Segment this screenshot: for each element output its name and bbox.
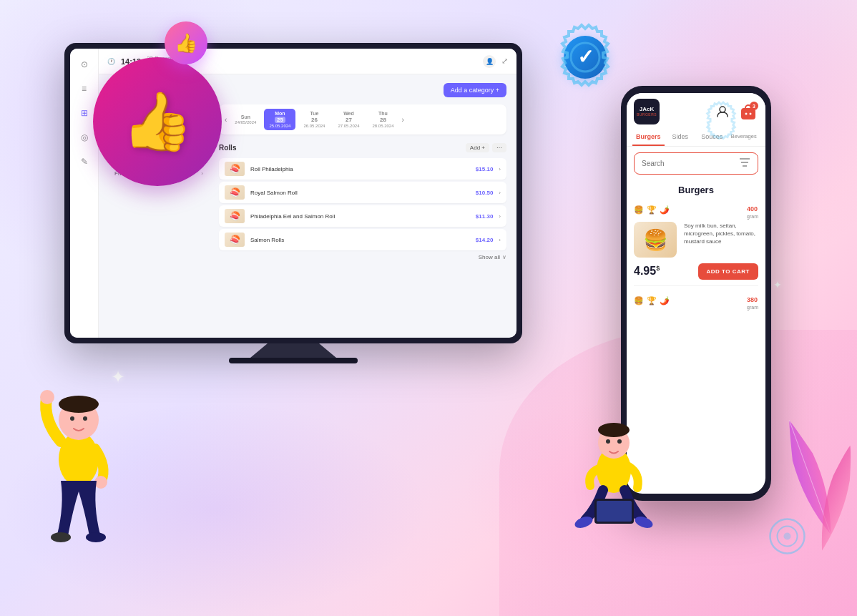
date-navigator: ‹ Sun 24/05/2024 Mon 25 25.05.2024 [219,104,506,135]
svg-rect-24 [742,109,755,119]
svg-point-26 [750,113,752,115]
product-1-price: 4.95$ [634,265,660,278]
item-arrow-icon: › [499,237,501,243]
svg-rect-22 [597,501,632,522]
item-arrow-icon: › [499,190,501,196]
product-1-info: 🍔 Soy milk bun, seitan, microgreen, pick… [634,222,758,258]
tag-spicy-icon: 🌶️ [660,205,670,215]
product-2-tag-icons: 🍔 🏆 🌶️ [634,296,670,305]
gear-svg [549,21,621,93]
schedule-column: ‹ Sun 24/05/2024 Mon 25 25.05.2024 [219,104,506,325]
show-all-chevron: ∨ [502,254,506,260]
svg-point-11 [86,532,106,542]
product-1-image: 🍔 [634,222,677,258]
date-next-arrow[interactable]: › [402,116,404,124]
product-card-1: 🍔 🏆 🌶️ 400 gram 🍔 Soy milk bun, s [634,201,758,280]
topbar-expand-icon[interactable]: ⤢ [501,57,508,66]
gear-check-decoration: ✓ [549,21,621,93]
svg-point-3 [784,533,791,540]
section-title: Burgers [634,185,758,195]
menu-more-button[interactable]: ⋯ [492,143,506,152]
menu-add-button[interactable]: Add + [466,143,489,152]
product-2-weight: 380 gram [747,292,758,310]
search-input[interactable] [642,160,735,167]
date-chip-wed[interactable]: Wed 27 27.05.2024 [333,109,364,130]
svg-point-16 [598,423,630,437]
svg-point-25 [745,113,748,115]
menu-item-salmon-rolls[interactable]: 🍣 Salmon Rolls $14.20 › [219,229,506,250]
item-arrow-icon: › [499,213,501,220]
tab-burgers[interactable]: Burgers [632,129,665,146]
date-chip-tue[interactable]: Tue 26 26.05.2024 [298,109,330,130]
search-bar [634,152,758,175]
svg-point-8 [40,390,54,404]
thumbs-emoji: 👍 [122,88,193,155]
phone-topbar: JAcK BURGERS [627,93,765,129]
salmon-rolls-image: 🍣 [225,233,245,247]
svg-point-12 [70,416,74,421]
brand-logo: JAcK BURGERS [634,99,660,124]
monitor-base [229,358,358,363]
gear-small [700,100,743,146]
menu-item-philly-eel[interactable]: 🍣 Philadelphia Eel and Salmon Roll $11.3… [219,205,506,227]
product-1-tag-icons: 🍔 🏆 🌶️ [634,205,670,215]
tag-burger-icon-2: 🍔 [634,296,644,305]
monitor-stand [250,343,336,358]
royal-salmon-image: 🍣 [225,185,245,200]
product-1-footer: 4.95$ ADD TO CART [634,263,758,280]
menu-item-royal-salmon[interactable]: 🍣 Royal Salmon Roll $10.50 › [219,182,506,203]
sidebar-icon-settings[interactable]: ◎ [77,130,92,145]
brand-name: JAcK [640,107,654,113]
thumbs-up-decoration: 👍 [93,57,222,186]
sidebar-icon-food[interactable]: ⊞ [77,106,92,120]
sidebar-icon-menu[interactable]: ≡ [77,82,92,96]
date-chip-thu[interactable]: Thu 28 28.05.2024 [367,109,398,130]
add-to-cart-button-1[interactable]: ADD TO CART [698,263,758,280]
date-prev-arrow[interactable]: ‹ [225,116,227,124]
filter-icon[interactable] [739,157,750,170]
add-category-button[interactable]: Add a category + [444,83,506,97]
svg-point-10 [51,532,71,542]
menu-item-roll-philadelphia[interactable]: 🍣 Roll Philadelphia $15.10 › [219,158,506,180]
svg-point-0 [571,43,599,72]
tag-burger-icon: 🍔 [634,205,644,215]
show-all-link[interactable]: Show all [479,254,500,260]
tab-sides[interactable]: Sides [665,129,697,146]
float-like-icon: 👍 [165,21,207,64]
phone-tabs: Burgers Sides Souces Beverages [627,129,765,147]
svg-point-20 [617,439,622,444]
menu-section-header: Rolls Add + ⋯ [219,140,506,155]
tag-trophy-icon-2: 🏆 [647,296,657,305]
product-1-tags: 🍔 🏆 🌶️ 400 gram [634,201,758,219]
brand-sub: BURGERS [637,112,657,117]
tag-spicy-icon-2: 🌶️ [660,296,670,305]
sitting-person [574,406,653,552]
target-icon [768,517,807,559]
product-1-description: Soy milk bun, seitan, microgreen, pickle… [684,222,758,246]
main-scene: 👍 ✓ ✦ ✦ ✦ ✦ [0,0,857,616]
product-1-weight: 400 gram [747,201,758,219]
tag-trophy-icon: 🏆 [647,205,657,215]
sparkle-4: ✦ [773,279,782,290]
product-divider [634,285,758,286]
svg-point-13 [83,416,87,421]
item-arrow-icon: › [499,166,501,172]
sidebar-icon-edit[interactable]: ✎ [77,155,92,169]
date-chip-mon[interactable]: Mon 25 25.05.2024 [264,109,295,130]
philly-eel-image: 🍣 [225,209,245,223]
svg-point-7 [59,396,99,413]
cart-badge: 3 [750,102,758,110]
sidebar-icon-home[interactable]: ⊙ [77,57,92,72]
date-chip-sun[interactable]: Sun 24/05/2024 [230,112,261,127]
roll-philadelphia-image: 🍣 [225,162,245,176]
show-all-row: Show all ∨ [219,253,506,262]
product-2-tags: 🍔 🏆 🌶️ 380 gram [634,292,758,310]
product-card-2: 🍔 🏆 🌶️ 380 gram [634,292,758,310]
svg-point-19 [606,439,610,444]
topbar-user-icon[interactable]: 👤 [483,55,496,68]
standing-person [36,363,122,580]
